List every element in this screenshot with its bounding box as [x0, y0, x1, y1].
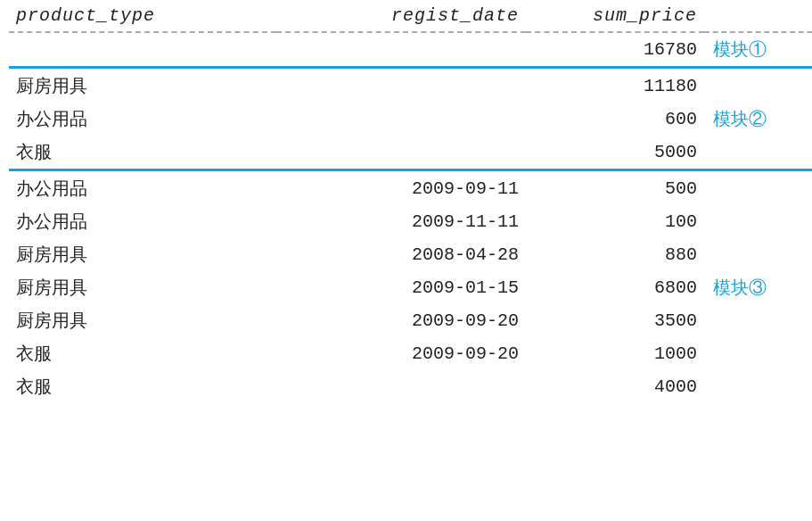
cell-date: 2009-01-15 — [276, 271, 526, 304]
table-row: 办公用品2009-09-11500 — [9, 170, 812, 206]
table-row: 衣服2009-09-201000 — [9, 337, 812, 370]
table-row: 办公用品2009-11-11100 — [9, 205, 812, 238]
data-table: product_type regist_date sum_price 16780… — [9, 0, 812, 403]
cell-product: 厨房用具 — [9, 304, 276, 337]
cell-date — [276, 32, 526, 68]
cell-date — [276, 136, 526, 170]
table-row: 衣服4000 — [9, 370, 812, 403]
cell-price: 3500 — [526, 304, 704, 337]
cell-date — [276, 68, 526, 103]
cell-block-label — [704, 337, 812, 370]
cell-product: 厨房用具 — [9, 68, 276, 103]
cell-product: 办公用品 — [9, 103, 276, 136]
table-row: 厨房用具2009-09-203500 — [9, 304, 812, 337]
table-row: 厨房用具2009-01-156800模块③ — [9, 271, 812, 304]
cell-date: 2009-09-11 — [276, 170, 526, 206]
cell-date: 2009-11-11 — [276, 205, 526, 238]
cell-date — [276, 103, 526, 136]
cell-block-label — [704, 68, 812, 103]
cell-date: 2009-09-20 — [276, 337, 526, 370]
cell-block-label: 模块② — [704, 103, 812, 136]
cell-price: 4000 — [526, 370, 704, 403]
cell-price: 16780 — [526, 32, 704, 68]
cell-price: 500 — [526, 170, 704, 206]
cell-product: 衣服 — [9, 136, 276, 170]
cell-product: 衣服 — [9, 337, 276, 370]
cell-price: 880 — [526, 238, 704, 271]
header-product: product_type — [9, 0, 276, 32]
header-date: regist_date — [276, 0, 526, 32]
header-price: sum_price — [526, 0, 704, 32]
cell-price: 600 — [526, 103, 704, 136]
cell-product: 厨房用具 — [9, 271, 276, 304]
cell-date: 2009-09-20 — [276, 304, 526, 337]
cell-product: 办公用品 — [9, 205, 276, 238]
cell-block-label — [704, 136, 812, 170]
cell-block-label: 模块① — [704, 32, 812, 68]
cell-price: 5000 — [526, 136, 704, 170]
table-row: 16780模块① — [9, 32, 812, 68]
cell-block-label: 模块③ — [704, 271, 812, 304]
table-row: 厨房用具2008-04-28880 — [9, 238, 812, 271]
cell-date — [276, 370, 526, 403]
cell-price: 100 — [526, 205, 704, 238]
cell-price: 11180 — [526, 68, 704, 103]
cell-product: 衣服 — [9, 370, 276, 403]
cell-block-label — [704, 170, 812, 206]
cell-product — [9, 32, 276, 68]
table-header-row: product_type regist_date sum_price — [9, 0, 812, 32]
cell-price: 6800 — [526, 271, 704, 304]
cell-block-label — [704, 205, 812, 238]
table-row: 衣服5000 — [9, 136, 812, 170]
cell-block-label — [704, 304, 812, 337]
main-table-wrapper: product_type regist_date sum_price 16780… — [0, 0, 812, 403]
table-row: 办公用品600模块② — [9, 103, 812, 136]
cell-product: 办公用品 — [9, 170, 276, 206]
cell-product: 厨房用具 — [9, 238, 276, 271]
cell-price: 1000 — [526, 337, 704, 370]
header-label — [704, 0, 812, 32]
table-row: 厨房用具11180 — [9, 68, 812, 103]
cell-date: 2008-04-28 — [276, 238, 526, 271]
cell-block-label — [704, 370, 812, 403]
cell-block-label — [704, 238, 812, 271]
